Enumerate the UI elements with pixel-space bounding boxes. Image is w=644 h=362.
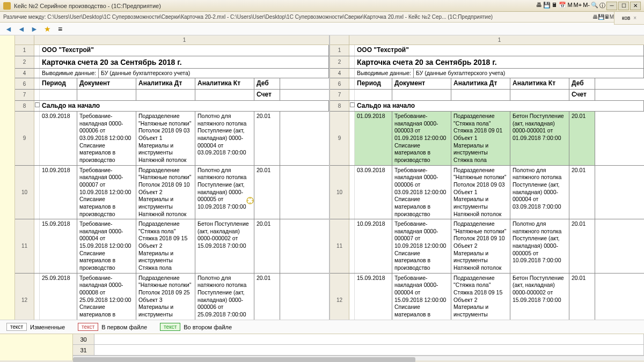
- cell-analytics-dt: Подразделение "Стяжка пола" Стяжка 2018 …: [451, 112, 510, 165]
- toolbar-mplus-label[interactable]: M+: [574, 2, 582, 10]
- left-column-header: 1: [15, 35, 329, 45]
- compare-area: 1 1ООО "Техстрой" 2Карточка счета 20 за …: [0, 35, 644, 320]
- side-tab-close-icon[interactable]: ×: [633, 15, 636, 21]
- cell-debit: 20.01: [569, 112, 595, 165]
- cell-debit: 20.01: [254, 219, 280, 272]
- report-title: Карточка счета 20 за Сентябрь 2018 г.: [40, 56, 329, 68]
- toolbar-calendar-icon[interactable]: 📅: [559, 2, 566, 10]
- hdr-schet: Счет: [254, 90, 280, 100]
- right-data-row[interactable]: 1215.09.2018Требование-накладная 0000-00…: [330, 274, 644, 320]
- report-title-r: Карточка счета 20 за Сентябрь 2018 г.: [355, 56, 644, 68]
- bottom-scrollbar[interactable]: [73, 356, 644, 360]
- org-name: ООО "Техстрой": [40, 45, 329, 56]
- side-tab[interactable]: ков ×: [614, 12, 644, 25]
- row-number: 9: [330, 112, 349, 165]
- org-name-r: ООО "Техстрой": [355, 45, 644, 56]
- cell-debit: 20.01: [569, 166, 595, 219]
- hdr-an-dt-r: Аналитика Дт: [451, 78, 510, 89]
- diff-gutter: [34, 166, 40, 219]
- cell-analytics-kt: Полотно для натяжного потолка Поступлени…: [510, 219, 569, 272]
- cell-period: 03.09.2018: [40, 112, 77, 165]
- bottom-grid[interactable]: 30 31: [73, 334, 644, 360]
- cell-document: Требование-накладная 0000-000006 от 03.0…: [392, 166, 451, 219]
- output-value: БУ (данные бухгалтерского учета): [99, 69, 329, 78]
- diff-gutter: [349, 219, 355, 272]
- diff-gutter: [34, 219, 40, 272]
- row-number: 11: [330, 219, 349, 272]
- row-number: 12: [330, 274, 349, 320]
- bottom-row-30: 30: [73, 334, 94, 344]
- diff-gutter: [34, 274, 40, 320]
- cell-analytics-dt: Подразделение "Натяжные потолки" Потолок…: [136, 274, 195, 320]
- toolbar-save-icon[interactable]: 💾: [543, 2, 551, 10]
- legend-bar: текст Измененные текст В первом файле те…: [0, 320, 644, 334]
- cell-analytics-dt: Подразделение "Натяжные потолки" Потолок…: [451, 166, 510, 219]
- cell-document: Требование-накладная 0000-000007 от 10.0…: [77, 166, 136, 219]
- left-data-row[interactable]: 1225.09.2018Требование-накладная 0000-00…: [15, 274, 329, 320]
- right-data-row[interactable]: 1110.09.2018Требование-накладная 0000-00…: [330, 219, 644, 273]
- cell-document: Требование-накладная 0000-000004 от 15.0…: [392, 274, 451, 320]
- legend-swatch-second: текст: [160, 323, 180, 331]
- sub-calc-icon[interactable]: 🖩: [604, 14, 610, 20]
- right-data-row[interactable]: 1003.09.2018Требование-накладная 0000-00…: [330, 166, 644, 219]
- diff-gutter: [349, 112, 355, 165]
- right-data-row[interactable]: 901.09.2018Требование-накладная 0000-000…: [330, 112, 644, 165]
- output-value-r: БУ (данные бухгалтерского учета): [414, 69, 644, 78]
- col-header-1: 1: [40, 35, 329, 45]
- toolbar-info-icon[interactable]: ⓘ: [599, 2, 605, 10]
- window-title: Кейс №2 Серийное производство - (1С:Пред…: [14, 3, 161, 9]
- left-scroll[interactable]: 1ООО "Техстрой" 2Карточка счета 20 за Се…: [15, 45, 329, 320]
- nav-back-icon[interactable]: ◄: [3, 24, 14, 34]
- cell-analytics-dt: Подразделение "Натяжные потолки" Потолок…: [451, 219, 510, 272]
- list-icon[interactable]: ≡: [55, 24, 65, 34]
- diff-gutter: [34, 112, 40, 165]
- cell-period: 10.09.2018: [40, 166, 77, 219]
- hdr-an-kt-r: Аналитика Кт: [510, 78, 569, 89]
- legend-swatch-changed: текст: [6, 323, 27, 331]
- sub-print-icon[interactable]: 🖶: [592, 14, 598, 20]
- right-scroll[interactable]: 1ООО "Техстрой" 2Карточка счета 20 за Се…: [330, 45, 644, 320]
- hdr-period: Период: [40, 78, 77, 89]
- sub-m[interactable]: M: [610, 14, 614, 20]
- cell-analytics-dt: Подразделение "Натяжные потолки" Потолок…: [136, 166, 195, 219]
- left-gutter: [0, 35, 15, 320]
- diff-gutter: [349, 274, 355, 320]
- hdr-doc-r: Документ: [392, 78, 451, 89]
- legend-swatch-first: текст: [78, 323, 98, 331]
- left-data-row[interactable]: 1010.09.2018Требование-накладная 0000-00…: [15, 166, 329, 219]
- row-number: 11: [15, 219, 34, 272]
- cell-period: 10.09.2018: [355, 219, 392, 272]
- cell-debit: 20.01: [254, 112, 280, 165]
- cell-analytics-kt: Полотно для натяжного потолка Поступлени…: [510, 166, 569, 219]
- side-tab-label: ков: [622, 15, 630, 21]
- favorite-icon[interactable]: ★: [42, 24, 53, 34]
- nav-back2-icon[interactable]: ◄: [16, 24, 27, 34]
- cell-debit: 20.01: [569, 219, 595, 272]
- toolbar-zoom-icon[interactable]: 🔍: [591, 2, 598, 10]
- bottom-area: 30 31: [0, 334, 644, 360]
- toolbar-print-icon[interactable]: 🖶: [536, 2, 542, 10]
- minimize-button[interactable]: ─: [606, 2, 617, 10]
- maximize-button[interactable]: ☐: [618, 2, 629, 10]
- cell-analytics-dt: Подразделение "Стяжка пола" Стяжка 2018 …: [136, 219, 195, 272]
- toolbar-mminus-label[interactable]: M-: [583, 2, 590, 10]
- sub-save-icon[interactable]: 💾: [598, 14, 604, 20]
- saldo-label-r: Сальдо на начало: [355, 101, 644, 112]
- cell-debit: 20.01: [254, 166, 280, 219]
- cell-debit: 20.01: [569, 274, 595, 320]
- main-titlebar: Кейс №2 Серийное производство - (1С:Пред…: [0, 0, 644, 12]
- left-data-row[interactable]: 1115.09.2018Требование-накладная 0000-00…: [15, 219, 329, 273]
- left-panel: 1 1ООО "Техстрой" 2Карточка счета 20 за …: [15, 35, 330, 320]
- toolbar-m-label[interactable]: M: [567, 2, 572, 10]
- left-data-row[interactable]: 903.09.2018Требование-накладная 0000-000…: [15, 112, 329, 165]
- saldo-label: Сальдо на начало: [40, 101, 329, 112]
- hdr-an-kt: Аналитика Кт: [195, 78, 254, 89]
- close-button[interactable]: ✕: [630, 2, 641, 10]
- cell-period: 15.09.2018: [355, 274, 392, 320]
- nav-fwd-icon[interactable]: ►: [29, 24, 40, 34]
- cell-analytics-kt: Бетон Поступление (акт, накладная) 0000-…: [510, 112, 569, 165]
- toolbar-calc-icon[interactable]: 🖩: [552, 2, 558, 10]
- hdr-period-r: Период: [355, 78, 392, 89]
- right-column-header: 1: [330, 35, 644, 45]
- row-number: 12: [15, 274, 34, 320]
